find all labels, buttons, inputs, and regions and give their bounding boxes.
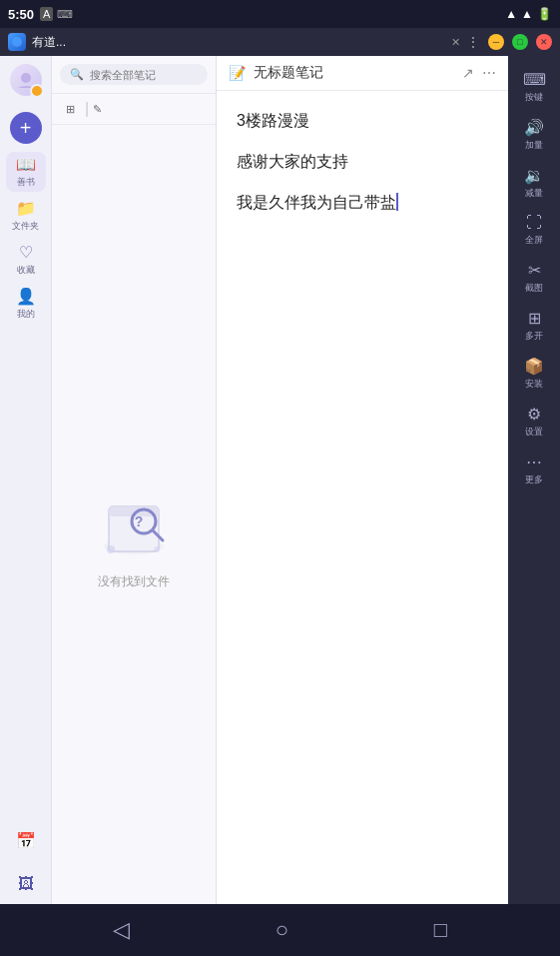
sidebar-item-photo[interactable]: 🖼 [6, 864, 46, 904]
recents-icon[interactable]: □ [434, 917, 447, 943]
more-label: 更多 [525, 474, 543, 486]
search-input-wrap[interactable]: 🔍 [60, 64, 208, 85]
status-bar: 5:50 A ⌨ ▲ ▲ 🔋 [0, 0, 560, 28]
notes-list-panel: 🔍 ⊞ | ✎ ? [52, 56, 217, 956]
back-icon[interactable]: ◁ [113, 917, 130, 943]
home-icon[interactable]: ○ [276, 917, 288, 943]
tab-close-icon[interactable]: ✕ [451, 36, 460, 49]
settings-icon: ⚙ [527, 405, 541, 424]
more-icon[interactable]: ⋮ [466, 34, 480, 50]
view-toggle-button[interactable]: ⊞ [60, 101, 81, 118]
keyboard-label: 按键 [525, 91, 543, 104]
vol-up-label: 加量 [525, 139, 543, 152]
notes-toolbar: ⊞ | ✎ [52, 94, 216, 125]
sidebar-mine-label: 我的 [17, 308, 35, 321]
multi-label: 多开 [525, 330, 543, 343]
svg-point-0 [12, 37, 22, 47]
window-controls[interactable]: ⋮ ─ □ ✕ [466, 34, 552, 50]
vol-down-label: 减量 [525, 187, 543, 200]
notes-search-area: 🔍 [52, 56, 216, 94]
keyboard-icon-right: ⌨ [523, 70, 546, 89]
multi-icon: ⊞ [528, 309, 541, 328]
status-time: 5:50 [8, 7, 34, 22]
search-input[interactable] [90, 69, 198, 81]
more-options-icon[interactable]: ⋯ [482, 65, 496, 81]
right-panel: ⌨ 按键 🔊 加量 🔉 减量 ⛶ 全屏 ✂ 截图 ⊞ 多开 📦 安装 ⚙ [508, 56, 560, 956]
notes-icon: 📖 [16, 155, 36, 174]
app-container: + 📖 善书 📁 文件夹 ♡ 收藏 👤 我的 📅 🖼 [0, 56, 560, 956]
sidebar-item-notes[interactable]: 📖 善书 [6, 152, 46, 192]
screenshot-icon: ✂ [528, 261, 541, 280]
more-icon-right: ⋯ [526, 453, 542, 472]
empty-illustration: ? [89, 491, 179, 561]
minimize-button[interactable]: ─ [488, 34, 504, 50]
battery-icon: 🔋 [537, 7, 552, 21]
sidebar-item-calendar[interactable]: 📅 [6, 820, 46, 860]
install-icon: 📦 [524, 357, 544, 376]
fullscreen-icon: ⛶ [526, 214, 542, 232]
right-panel-fullscreen[interactable]: ⛶ 全屏 [512, 208, 556, 253]
mine-icon: 👤 [16, 287, 36, 306]
wifi-icon: ▲ [505, 7, 517, 21]
screenshot-label: 截图 [525, 282, 543, 295]
right-panel-more[interactable]: ⋯ 更多 [512, 447, 556, 492]
note-icon-header: 📝 [229, 65, 246, 81]
sidebar-item-mine[interactable]: 👤 我的 [6, 284, 46, 324]
svg-point-1 [21, 73, 31, 83]
search-icon: 🔍 [70, 68, 84, 81]
note-editor-header: 📝 无标题笔记 ↗ ⋯ [217, 56, 508, 91]
close-button[interactable]: ✕ [536, 34, 552, 50]
right-panel-screenshot[interactable]: ✂ 截图 [512, 255, 556, 301]
empty-text: 没有找到文件 [98, 573, 170, 590]
avatar[interactable] [10, 64, 42, 96]
settings-label: 设置 [525, 426, 543, 439]
note-header-actions[interactable]: ↗ ⋯ [462, 65, 496, 81]
svg-point-8 [107, 545, 115, 553]
photo-icon: 🖼 [18, 875, 34, 893]
text-cursor [396, 194, 398, 211]
svg-text:?: ? [135, 513, 144, 529]
status-right-icons: ▲ ▲ 🔋 [505, 7, 552, 21]
right-panel-install[interactable]: 📦 安装 [512, 351, 556, 397]
add-icon: + [20, 117, 32, 140]
sidebar-item-favorites[interactable]: ♡ 收藏 [6, 240, 46, 280]
left-sidebar: + 📖 善书 📁 文件夹 ♡ 收藏 👤 我的 📅 🖼 [0, 56, 52, 956]
folder-icon: 📁 [16, 199, 36, 218]
sidebar-notes-label: 善书 [17, 176, 35, 189]
notes-list-content: ? 没有找到文件 [52, 125, 216, 956]
keyboard-icon: ⌨ [57, 8, 73, 21]
right-panel-multi[interactable]: ⊞ 多开 [512, 303, 556, 349]
install-label: 安装 [525, 378, 543, 391]
right-panel-vol-up[interactable]: 🔊 加量 [512, 112, 556, 158]
input-icon: A [40, 7, 53, 21]
bottom-bar: ◁ ○ □ [0, 904, 560, 956]
toolbar-separator: | [85, 100, 89, 118]
favorites-icon: ♡ [19, 243, 33, 262]
export-icon[interactable]: ↗ [462, 65, 474, 81]
note-editor-content[interactable]: 3楼路漫漫 感谢大家的支持 我是久伴我为自己带盐 [217, 91, 508, 923]
maximize-button[interactable]: □ [512, 34, 528, 50]
fullscreen-label: 全屏 [525, 234, 543, 247]
note-title: 无标题笔记 [254, 64, 454, 82]
note-line-3: 我是久伴我为自己带盐 [237, 189, 488, 218]
right-panel-settings[interactable]: ⚙ 设置 [512, 399, 556, 445]
note-line-1: 3楼路漫漫 [237, 107, 488, 136]
add-button[interactable]: + [10, 112, 42, 144]
app-title: 有道... [32, 34, 445, 51]
right-panel-vol-down[interactable]: 🔉 减量 [512, 160, 556, 206]
vol-down-icon: 🔉 [524, 166, 544, 185]
right-panel-keyboard[interactable]: ⌨ 按键 [512, 64, 556, 110]
signal-icon: ▲ [521, 7, 533, 21]
new-note-icon[interactable]: ✎ [93, 103, 102, 116]
title-bar: 有道... ✕ ⋮ ─ □ ✕ [0, 28, 560, 56]
svg-point-9 [154, 546, 160, 552]
vol-up-icon: 🔊 [524, 118, 544, 137]
sidebar-folder-label: 文件夹 [12, 220, 39, 233]
note-line-2: 感谢大家的支持 [237, 148, 488, 177]
status-icons: A ⌨ [40, 7, 73, 21]
avatar-badge [30, 84, 44, 98]
sidebar-favorites-label: 收藏 [17, 264, 35, 277]
sidebar-item-folder[interactable]: 📁 文件夹 [6, 196, 46, 236]
note-editor-panel: 📝 无标题笔记 ↗ ⋯ 3楼路漫漫 感谢大家的支持 我是久伴我为自己带盐 ⌨ ⊞… [217, 56, 508, 956]
calendar-icon: 📅 [16, 831, 36, 850]
